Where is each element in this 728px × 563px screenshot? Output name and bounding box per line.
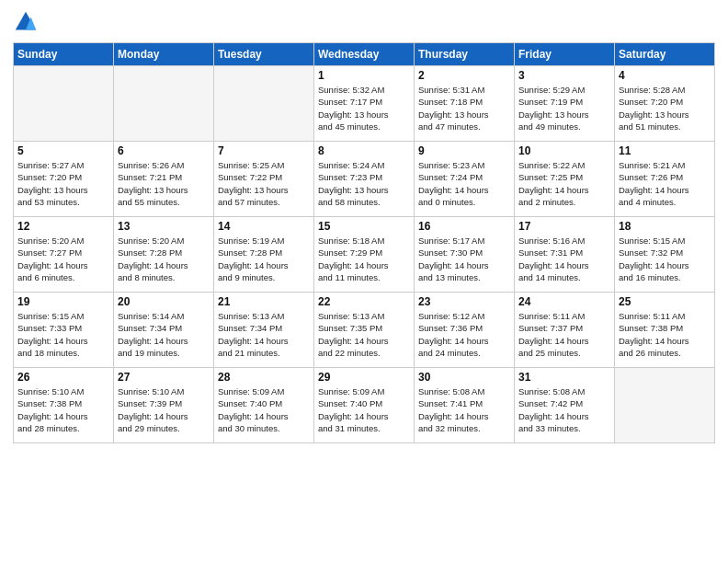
calendar-table: SundayMondayTuesdayWednesdayThursdayFrid… [13, 42, 715, 443]
day-cell: 9Sunrise: 5:23 AMSunset: 7:24 PMDaylight… [415, 142, 515, 217]
day-number: 24 [518, 295, 610, 308]
day-info: Sunrise: 5:20 AMSunset: 7:28 PMDaylight:… [118, 235, 210, 283]
day-cell: 15Sunrise: 5:18 AMSunset: 7:29 PMDayligh… [314, 217, 415, 293]
day-cell: 18Sunrise: 5:15 AMSunset: 7:32 PMDayligh… [615, 217, 715, 293]
day-cell: 5Sunrise: 5:27 AMSunset: 7:20 PMDaylight… [14, 142, 114, 217]
day-number: 13 [118, 220, 210, 233]
day-cell: 12Sunrise: 5:20 AMSunset: 7:27 PMDayligh… [14, 217, 114, 293]
day-info: Sunrise: 5:15 AMSunset: 7:33 PMDaylight:… [17, 310, 109, 359]
day-info: Sunrise: 5:26 AMSunset: 7:21 PMDaylight:… [118, 159, 210, 208]
weekday-wednesday: Wednesday [314, 43, 415, 66]
day-info: Sunrise: 5:13 AMSunset: 7:35 PMDaylight:… [318, 310, 410, 359]
day-cell: 20Sunrise: 5:14 AMSunset: 7:34 PMDayligh… [114, 293, 214, 368]
day-cell: 29Sunrise: 5:09 AMSunset: 7:40 PMDayligh… [314, 368, 415, 443]
day-number: 3 [518, 69, 610, 82]
day-info: Sunrise: 5:17 AMSunset: 7:30 PMDaylight:… [418, 235, 510, 283]
weekday-sunday: Sunday [14, 43, 114, 66]
day-info: Sunrise: 5:11 AMSunset: 7:37 PMDaylight:… [518, 310, 610, 359]
day-info: Sunrise: 5:08 AMSunset: 7:42 PMDaylight:… [518, 385, 610, 434]
day-info: Sunrise: 5:15 AMSunset: 7:32 PMDaylight:… [619, 235, 711, 283]
day-number: 9 [418, 144, 510, 157]
week-row-4: 19Sunrise: 5:15 AMSunset: 7:33 PMDayligh… [14, 293, 715, 368]
week-row-3: 12Sunrise: 5:20 AMSunset: 7:27 PMDayligh… [14, 217, 715, 293]
day-number: 14 [218, 220, 310, 233]
day-cell: 1Sunrise: 5:32 AMSunset: 7:17 PMDaylight… [314, 66, 415, 142]
day-cell: 25Sunrise: 5:11 AMSunset: 7:38 PMDayligh… [615, 293, 715, 368]
day-number: 8 [318, 144, 410, 157]
day-cell [14, 66, 114, 142]
day-cell: 2Sunrise: 5:31 AMSunset: 7:18 PMDaylight… [415, 66, 515, 142]
day-number: 29 [318, 371, 410, 384]
day-cell: 4Sunrise: 5:28 AMSunset: 7:20 PMDaylight… [615, 66, 715, 142]
day-number: 19 [17, 295, 109, 308]
day-cell: 31Sunrise: 5:08 AMSunset: 7:42 PMDayligh… [515, 368, 615, 443]
day-info: Sunrise: 5:21 AMSunset: 7:26 PMDaylight:… [619, 159, 711, 208]
day-cell: 21Sunrise: 5:13 AMSunset: 7:34 PMDayligh… [214, 293, 314, 368]
day-number: 21 [218, 295, 310, 308]
day-number: 7 [218, 144, 310, 157]
day-info: Sunrise: 5:20 AMSunset: 7:27 PMDaylight:… [17, 235, 109, 283]
weekday-tuesday: Tuesday [214, 43, 314, 66]
weekday-header-row: SundayMondayTuesdayWednesdayThursdayFrid… [14, 43, 715, 66]
day-info: Sunrise: 5:25 AMSunset: 7:22 PMDaylight:… [218, 159, 310, 208]
day-info: Sunrise: 5:28 AMSunset: 7:20 PMDaylight:… [619, 84, 711, 132]
day-info: Sunrise: 5:18 AMSunset: 7:29 PMDaylight:… [318, 235, 410, 283]
day-number: 30 [418, 371, 510, 384]
day-cell: 22Sunrise: 5:13 AMSunset: 7:35 PMDayligh… [314, 293, 415, 368]
day-number: 2 [418, 69, 510, 82]
day-info: Sunrise: 5:14 AMSunset: 7:34 PMDaylight:… [118, 310, 210, 359]
day-cell: 7Sunrise: 5:25 AMSunset: 7:22 PMDaylight… [214, 142, 314, 217]
day-number: 18 [619, 220, 711, 233]
day-cell: 13Sunrise: 5:20 AMSunset: 7:28 PMDayligh… [114, 217, 214, 293]
day-info: Sunrise: 5:19 AMSunset: 7:28 PMDaylight:… [218, 235, 310, 283]
day-info: Sunrise: 5:22 AMSunset: 7:25 PMDaylight:… [518, 159, 610, 208]
day-number: 12 [17, 220, 109, 233]
day-cell: 3Sunrise: 5:29 AMSunset: 7:19 PMDaylight… [515, 66, 615, 142]
day-info: Sunrise: 5:31 AMSunset: 7:18 PMDaylight:… [418, 84, 510, 132]
day-info: Sunrise: 5:27 AMSunset: 7:20 PMDaylight:… [17, 159, 109, 208]
logo [13, 9, 42, 35]
weekday-thursday: Thursday [415, 43, 515, 66]
week-row-5: 26Sunrise: 5:10 AMSunset: 7:38 PMDayligh… [14, 368, 715, 443]
day-cell [114, 66, 214, 142]
day-number: 16 [418, 220, 510, 233]
day-cell: 26Sunrise: 5:10 AMSunset: 7:38 PMDayligh… [14, 368, 114, 443]
day-number: 23 [418, 295, 510, 308]
day-info: Sunrise: 5:32 AMSunset: 7:17 PMDaylight:… [318, 84, 410, 132]
day-info: Sunrise: 5:09 AMSunset: 7:40 PMDaylight:… [218, 385, 310, 434]
day-info: Sunrise: 5:09 AMSunset: 7:40 PMDaylight:… [318, 385, 410, 434]
day-cell: 30Sunrise: 5:08 AMSunset: 7:41 PMDayligh… [415, 368, 515, 443]
day-number: 28 [218, 371, 310, 384]
day-cell: 23Sunrise: 5:12 AMSunset: 7:36 PMDayligh… [415, 293, 515, 368]
day-info: Sunrise: 5:08 AMSunset: 7:41 PMDaylight:… [418, 385, 510, 434]
weekday-friday: Friday [515, 43, 615, 66]
day-cell: 24Sunrise: 5:11 AMSunset: 7:37 PMDayligh… [515, 293, 615, 368]
day-number: 25 [619, 295, 711, 308]
day-cell [615, 368, 715, 443]
week-row-2: 5Sunrise: 5:27 AMSunset: 7:20 PMDaylight… [14, 142, 715, 217]
logo-icon [13, 9, 39, 35]
day-cell: 16Sunrise: 5:17 AMSunset: 7:30 PMDayligh… [415, 217, 515, 293]
day-info: Sunrise: 5:11 AMSunset: 7:38 PMDaylight:… [619, 310, 711, 359]
day-cell: 6Sunrise: 5:26 AMSunset: 7:21 PMDaylight… [114, 142, 214, 217]
day-info: Sunrise: 5:13 AMSunset: 7:34 PMDaylight:… [218, 310, 310, 359]
day-info: Sunrise: 5:29 AMSunset: 7:19 PMDaylight:… [518, 84, 610, 132]
day-cell: 10Sunrise: 5:22 AMSunset: 7:25 PMDayligh… [515, 142, 615, 217]
day-info: Sunrise: 5:23 AMSunset: 7:24 PMDaylight:… [418, 159, 510, 208]
day-number: 11 [619, 144, 711, 157]
page: SundayMondayTuesdayWednesdayThursdayFrid… [0, 0, 728, 453]
day-info: Sunrise: 5:24 AMSunset: 7:23 PMDaylight:… [318, 159, 410, 208]
day-cell: 28Sunrise: 5:09 AMSunset: 7:40 PMDayligh… [214, 368, 314, 443]
weekday-saturday: Saturday [615, 43, 715, 66]
day-info: Sunrise: 5:12 AMSunset: 7:36 PMDaylight:… [418, 310, 510, 359]
day-info: Sunrise: 5:10 AMSunset: 7:39 PMDaylight:… [118, 385, 210, 434]
day-number: 26 [17, 371, 109, 384]
day-number: 5 [17, 144, 109, 157]
day-number: 17 [518, 220, 610, 233]
day-number: 20 [118, 295, 210, 308]
day-number: 6 [118, 144, 210, 157]
day-cell: 14Sunrise: 5:19 AMSunset: 7:28 PMDayligh… [214, 217, 314, 293]
day-info: Sunrise: 5:10 AMSunset: 7:38 PMDaylight:… [17, 385, 109, 434]
day-cell: 11Sunrise: 5:21 AMSunset: 7:26 PMDayligh… [615, 142, 715, 217]
day-number: 10 [518, 144, 610, 157]
